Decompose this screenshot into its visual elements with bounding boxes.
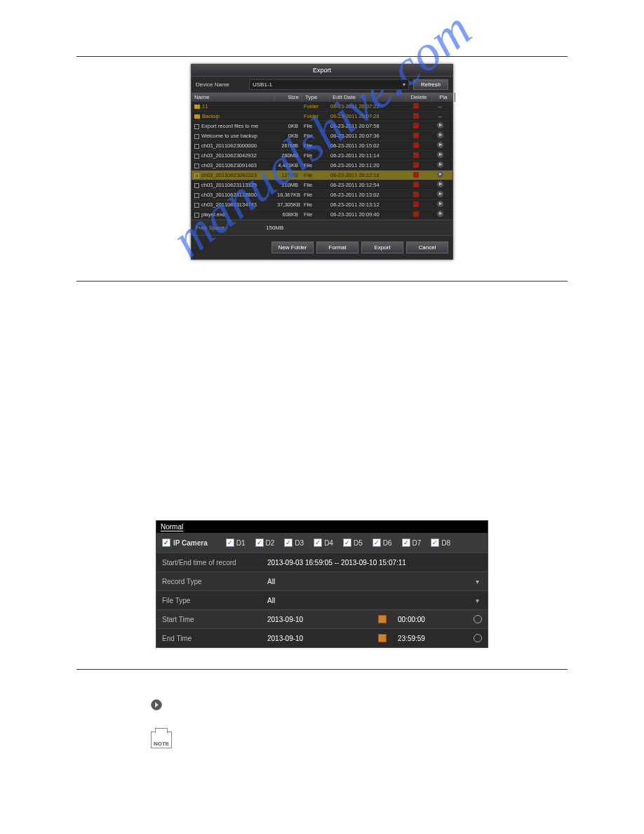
- device-select[interactable]: USB1-1: [249, 79, 409, 90]
- delete-icon[interactable]: [413, 201, 419, 207]
- table-row[interactable]: ch03_201106230914034,423KBFile06-23-2011…: [192, 161, 452, 171]
- device-row: Device Name USB1-1 Refresh: [192, 77, 452, 93]
- play-icon[interactable]: [437, 201, 443, 207]
- export-button[interactable]: Export: [361, 241, 403, 253]
- new-folder-button[interactable]: New Folder: [271, 241, 314, 253]
- delete-icon[interactable]: [413, 211, 419, 217]
- inline-play-icon-block: [151, 698, 644, 710]
- checkbox-icon: [284, 538, 293, 547]
- play-icon[interactable]: [437, 122, 443, 128]
- camera-checkbox[interactable]: D8: [431, 538, 450, 547]
- col-type[interactable]: Type: [302, 93, 330, 102]
- camera-list: D1D2D3D4D5D6D7D8: [226, 538, 482, 547]
- clock-icon[interactable]: [474, 615, 482, 623]
- panel-title: Normal: [156, 521, 488, 533]
- delete-icon[interactable]: [413, 143, 419, 148]
- play-icon[interactable]: [437, 171, 443, 178]
- file-type-label: File Type: [162, 597, 267, 604]
- table-row[interactable]: Export record files to me0KBFile06-23-20…: [192, 121, 452, 131]
- table-row[interactable]: ch03_2011062313280018,367KBFile06-23-201…: [192, 190, 452, 200]
- format-button[interactable]: Format: [316, 241, 358, 253]
- calendar-icon[interactable]: [378, 615, 387, 623]
- note-block: NOTE: [151, 732, 644, 748]
- start-time-row: Start Time 2013-09-10 00:00:00: [156, 609, 488, 628]
- delete-icon[interactable]: [413, 172, 419, 178]
- checkbox-icon: [343, 538, 351, 547]
- camera-checkbox[interactable]: D4: [314, 538, 333, 547]
- cancel-button[interactable]: Cancel: [406, 241, 448, 253]
- device-name-label: Device Name: [196, 81, 245, 88]
- table-row[interactable]: 11Folder06-23-2011 20:07:22–: [192, 102, 452, 112]
- page: manualshive.com Export Device Name USB1-…: [0, 0, 644, 783]
- checkbox-icon: [373, 538, 381, 547]
- delete-icon[interactable]: [413, 192, 419, 197]
- record-type-row: Record Type All: [156, 571, 488, 590]
- record-type-select[interactable]: All: [267, 578, 482, 585]
- checkbox-icon: [226, 538, 234, 547]
- delete-icon[interactable]: [413, 162, 419, 168]
- checkbox-icon: [431, 538, 439, 547]
- file-table-header: Name Size Type Edit Date Delete Pla: [192, 93, 452, 102]
- delete-icon[interactable]: [413, 113, 419, 119]
- calendar-icon[interactable]: [378, 634, 387, 642]
- table-row[interactable]: ch03_20110623042932280MBFile06-23-2011 2…: [192, 151, 452, 161]
- play-icon: [151, 699, 162, 710]
- col-play[interactable]: Pla: [432, 93, 455, 102]
- end-time-input[interactable]: 23:59:59: [398, 635, 468, 642]
- end-time-row: End Time 2013-09-10 23:59:59: [156, 628, 488, 647]
- start-end-record-row: Start/End time of record 2013-09-03 16:5…: [156, 552, 488, 571]
- delete-icon[interactable]: [413, 182, 419, 187]
- play-icon[interactable]: [437, 181, 443, 187]
- delete-icon[interactable]: [413, 103, 419, 109]
- start-time-label: Start Time: [162, 616, 267, 623]
- table-row[interactable]: ch03_2011062313474337,305KBFile06-23-201…: [192, 200, 452, 210]
- camera-checkbox[interactable]: D3: [284, 538, 304, 547]
- play-icon[interactable]: [437, 161, 443, 168]
- dialog-button-row: New Folder Format Export Cancel: [192, 236, 452, 259]
- play-icon[interactable]: [437, 142, 443, 148]
- note-icon: NOTE: [151, 732, 172, 748]
- camera-checkbox[interactable]: D5: [343, 538, 363, 547]
- delete-icon[interactable]: [413, 133, 419, 138]
- refresh-button[interactable]: Refresh: [413, 79, 448, 90]
- clock-icon[interactable]: [474, 634, 482, 642]
- export-dialog: Export Device Name USB1-1 Refresh Name S…: [191, 64, 453, 260]
- camera-row: IP Camera D1D2D3D4D5D6D7D8: [156, 533, 488, 552]
- checkbox-icon: [162, 538, 170, 547]
- camera-checkbox[interactable]: D2: [255, 538, 275, 547]
- start-time-input[interactable]: 00:00:00: [398, 616, 468, 623]
- table-row[interactable]: ch03_20110623000000267MBFile06-23-2011 2…: [192, 141, 452, 151]
- table-row[interactable]: Welcome to use backup0KBFile06-23-2011 2…: [192, 131, 452, 141]
- free-space-row: Free Space 150MB: [192, 220, 452, 236]
- col-delete[interactable]: Delete: [406, 93, 432, 102]
- file-type-row: File Type All: [156, 590, 488, 609]
- table-row[interactable]: player.exe608KBFile06-23-2011 20:09:40: [192, 210, 452, 220]
- ip-camera-label: IP Camera: [173, 539, 208, 547]
- col-name[interactable]: Name: [192, 93, 275, 102]
- play-icon[interactable]: [437, 211, 443, 217]
- play-icon[interactable]: [437, 152, 443, 158]
- horizontal-rule: [76, 56, 568, 57]
- ip-camera-checkbox[interactable]: IP Camera: [162, 538, 208, 547]
- col-edit-date[interactable]: Edit Date: [330, 93, 406, 102]
- table-row[interactable]: ch03_20110623113325110MBFile06-23-2011 2…: [192, 180, 452, 190]
- start-end-label: Start/End time of record: [162, 559, 267, 567]
- end-date-input[interactable]: 2013-09-10: [267, 635, 373, 642]
- dialog-title: Export: [192, 65, 452, 77]
- end-time-label: End Time: [162, 635, 267, 642]
- table-row[interactable]: BackupFolder06-23-2011 20:07:28–: [192, 112, 452, 121]
- play-icon[interactable]: [437, 191, 443, 197]
- free-space-value: 150MB: [266, 225, 283, 231]
- file-list[interactable]: 11Folder06-23-2011 20:07:22–BackupFolder…: [192, 102, 452, 220]
- table-row[interactable]: ch03_20110623092323127MBFile06-23-2011 2…: [192, 171, 452, 180]
- camera-checkbox[interactable]: D7: [402, 538, 422, 547]
- camera-checkbox[interactable]: D6: [373, 538, 392, 547]
- file-type-select[interactable]: All: [267, 597, 482, 604]
- checkbox-icon: [402, 538, 410, 547]
- delete-icon[interactable]: [413, 152, 419, 158]
- start-date-input[interactable]: 2013-09-10: [267, 616, 373, 623]
- delete-icon[interactable]: [413, 123, 419, 128]
- col-size[interactable]: Size: [275, 93, 302, 102]
- play-icon[interactable]: [437, 132, 443, 138]
- camera-checkbox[interactable]: D1: [226, 538, 246, 547]
